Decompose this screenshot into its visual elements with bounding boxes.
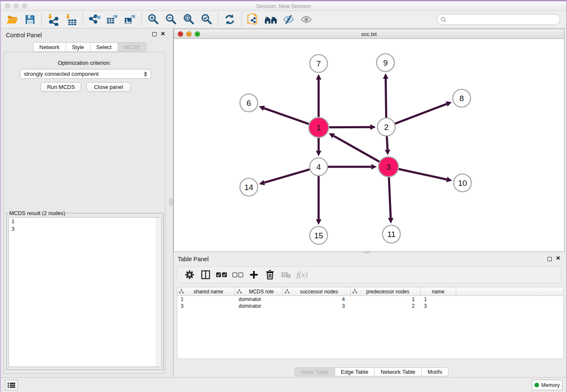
search-field[interactable] <box>437 14 560 25</box>
vertical-splitter[interactable] <box>168 28 173 378</box>
cell-mcds-role[interactable]: dominator <box>235 296 283 302</box>
graph-node-label: 1 <box>317 123 321 132</box>
criterion-dropdown[interactable]: strongly connected component <box>20 69 151 79</box>
zoom-selected-button[interactable] <box>198 12 215 27</box>
application-window: Session: New Session <box>0 0 567 392</box>
column-header-successor-nodes[interactable]: successor nodes <box>283 287 351 295</box>
graph-edge-1-6[interactable] <box>264 108 309 124</box>
graph-edge-2-8[interactable] <box>395 104 447 124</box>
delete-column-button[interactable] <box>262 268 278 282</box>
graph-node-label: 6 <box>247 99 251 108</box>
table-row[interactable]: 3 dominator 3 2 3 <box>177 303 563 309</box>
column-header-name[interactable]: name <box>421 287 456 295</box>
dropdown-stepper-icon <box>144 72 147 77</box>
cell-predecessor-nodes[interactable]: 1 <box>351 296 421 302</box>
criterion-value: strongly connected component <box>24 71 144 77</box>
cell-successor-nodes[interactable]: 3 <box>283 303 351 309</box>
graph-edge-3-1[interactable] <box>333 136 379 162</box>
save-session-button[interactable] <box>21 12 39 27</box>
export-table-button[interactable] <box>103 12 121 27</box>
open-folder-icon <box>6 13 19 26</box>
horizontal-splitter-handle[interactable] <box>364 251 370 253</box>
tree-icon <box>237 289 242 294</box>
list-icon <box>8 382 15 388</box>
graph-node-label: 11 <box>387 230 396 239</box>
close-table-panel-icon[interactable]: × <box>556 254 560 262</box>
tab-motifs[interactable]: Motifs <box>422 367 449 376</box>
hide-selected-button[interactable] <box>280 12 297 27</box>
apply-style-button[interactable] <box>221 12 239 27</box>
graph-node-label: 8 <box>460 94 464 103</box>
tab-mcds[interactable]: MCDS <box>118 42 146 52</box>
result-scrollbar[interactable] <box>156 218 161 367</box>
import-network-button[interactable] <box>44 12 62 27</box>
zoom-in-button[interactable] <box>144 12 162 27</box>
memory-button[interactable]: Memory <box>532 380 562 390</box>
table-settings-button[interactable] <box>182 268 198 282</box>
run-mcds-button[interactable]: Run MCDS <box>41 82 81 92</box>
export-network-icon <box>88 13 101 26</box>
new-network-from-selection-button[interactable] <box>244 12 262 27</box>
cell-predecessor-nodes[interactable]: 2 <box>351 303 421 309</box>
graph-edge-arrowhead <box>316 74 322 80</box>
mcds-result-list: 1 3 <box>8 217 162 367</box>
mcds-result-item: 1 <box>9 218 161 225</box>
float-panel-icon[interactable] <box>152 32 157 36</box>
graph-edge-arrowhead <box>370 124 376 130</box>
task-history-button[interactable] <box>5 380 18 390</box>
delete-table-button[interactable] <box>278 268 294 282</box>
close-panel-icon[interactable]: × <box>161 30 165 38</box>
search-input[interactable] <box>449 17 556 23</box>
show-column-panel-button[interactable] <box>198 268 214 282</box>
tab-network-table[interactable]: Network Table <box>374 367 421 376</box>
tab-network[interactable]: Network <box>33 42 66 52</box>
tab-node-table[interactable]: Node Table <box>295 367 335 376</box>
toolbar-separator <box>218 13 218 26</box>
cell-successor-nodes[interactable]: 4 <box>283 296 351 302</box>
table-row[interactable]: 1 dominator 4 1 1 <box>177 296 563 303</box>
zoom-out-icon <box>165 13 177 26</box>
checked-boxes-icon <box>216 272 227 278</box>
unchecked-boxes-icon <box>232 272 243 278</box>
splitter-handle[interactable] <box>169 199 173 205</box>
tab-select[interactable]: Select <box>91 42 118 52</box>
cell-name[interactable]: 1 <box>421 296 456 302</box>
deselect-all-columns-button[interactable] <box>230 268 246 282</box>
show-all-button[interactable] <box>297 12 315 27</box>
select-all-columns-button[interactable] <box>214 268 230 282</box>
export-image-button[interactable] <box>121 12 139 27</box>
function-builder-button[interactable]: f(x) <box>294 268 310 282</box>
graph-edge-arrowhead <box>259 180 265 185</box>
graph-edge-1-2[interactable] <box>329 127 370 127</box>
graph-node-label: 10 <box>458 179 467 188</box>
cell-shared-name[interactable]: 1 <box>177 296 235 302</box>
column-header-predecessor-nodes[interactable]: predecessor nodes <box>351 287 421 295</box>
cell-name[interactable]: 3 <box>421 303 456 309</box>
tab-edge-table[interactable]: Edge Table <box>335 367 375 376</box>
add-column-button[interactable] <box>246 268 262 282</box>
export-network-button[interactable] <box>85 12 103 27</box>
graph-edge-4-14[interactable] <box>264 169 309 182</box>
graph-edge-3-11[interactable] <box>389 177 391 218</box>
zoom-fit-button[interactable] <box>180 12 198 27</box>
close-panel-button[interactable]: Close panel <box>86 82 131 92</box>
cell-shared-name[interactable]: 3 <box>177 303 235 309</box>
import-table-button[interactable] <box>62 12 80 27</box>
column-header-shared-name[interactable]: shared name <box>177 287 235 295</box>
graph-edge-2-9[interactable] <box>386 79 386 118</box>
zoom-out-button[interactable] <box>162 12 180 27</box>
memory-status-icon <box>534 383 539 387</box>
network-window-title: scc.txt <box>174 31 564 37</box>
column-header-mcds-role[interactable]: MCDS role <box>235 287 283 295</box>
mcds-result-title: MCDS result (2 nodes) <box>8 210 66 216</box>
open-session-button[interactable] <box>3 12 21 27</box>
network-canvas[interactable]: 7968124314101511 <box>174 39 564 251</box>
graph-edge-3-10[interactable] <box>399 169 447 179</box>
float-table-panel-icon[interactable] <box>548 257 552 261</box>
network-graph: 7968124314101511 <box>174 39 564 252</box>
graph-edge-arrowhead <box>316 151 322 156</box>
graph-edge-2-3[interactable] <box>387 136 388 150</box>
tab-style[interactable]: Style <box>66 42 91 52</box>
home-layout-button[interactable] <box>262 12 280 27</box>
cell-mcds-role[interactable]: dominator <box>235 303 283 309</box>
